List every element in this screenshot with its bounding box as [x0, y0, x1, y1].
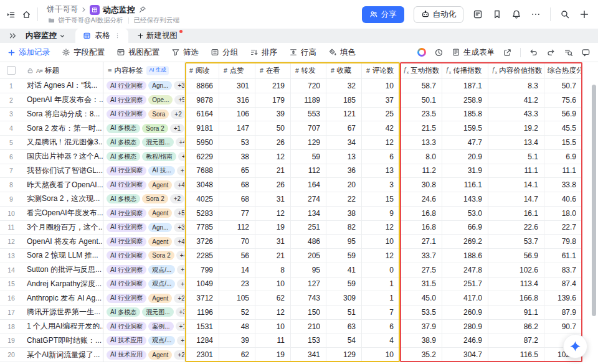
cell-value-index[interactable]: 113.4	[488, 278, 544, 292]
cell-value-index[interactable]: 19.2	[488, 121, 544, 136]
cell-favorite[interactable]: 20	[326, 178, 362, 192]
cell-forward[interactable]: 59	[291, 150, 326, 164]
cell-read[interactable]: 799	[185, 263, 219, 278]
row-number[interactable]: 10	[0, 207, 22, 221]
cell-forward[interactable]: 341	[291, 348, 326, 362]
cell-favorite[interactable]: 59	[326, 278, 362, 292]
filter-button[interactable]: 筛选	[171, 47, 199, 58]
cell-favorite[interactable]: 41	[326, 263, 362, 278]
cell-engagement-index[interactable]: 38.9	[400, 334, 442, 348]
cell-like[interactable]: 38	[219, 150, 255, 164]
cell-engagement-index[interactable]: 27.5	[400, 263, 442, 278]
cell-engagement-index[interactable]: 58.7	[400, 79, 442, 93]
cell-tags[interactable]: AI 多模态Sora 2+2	[103, 192, 185, 207]
cell-spread-index[interactable]: 53.0	[442, 207, 488, 221]
select-all-cell[interactable]	[0, 62, 22, 79]
cell-favorite[interactable]: 34	[326, 136, 362, 150]
cell-forward[interactable]: 486	[291, 235, 326, 249]
cell-comments[interactable]: 1	[362, 278, 400, 292]
cell-watching[interactable]: 39	[255, 108, 291, 122]
tab-grid-view[interactable]: 表格	[75, 29, 128, 43]
cell-read[interactable]: 1531	[185, 320, 219, 334]
cell-heat-score[interactable]: 83.7	[544, 263, 582, 278]
cell-read[interactable]: 7688	[185, 164, 219, 179]
cell-title[interactable]: 又是腾讯！混元图像3...	[22, 136, 103, 150]
cell-engagement-index[interactable]: 45.0	[400, 291, 442, 306]
cell-heat-score[interactable]: 40.6	[544, 192, 582, 207]
cell-read[interactable]: 3048	[185, 178, 219, 192]
cell-like[interactable]: 65	[219, 164, 255, 179]
cell-favorite[interactable]: 309	[326, 291, 362, 306]
cell-favorite[interactable]: 59	[326, 249, 362, 263]
row-number[interactable]: 16	[0, 291, 22, 306]
cell-read[interactable]: 2301	[185, 348, 219, 362]
column-header-like[interactable]: #点赞	[219, 62, 255, 79]
cell-comments[interactable]: 25	[362, 108, 400, 122]
cell-spread-index[interactable]: 47.7	[442, 136, 488, 150]
row-number[interactable]: 13	[0, 249, 22, 263]
cell-title[interactable]: Sora 2 惊现 LLM 推...	[22, 249, 103, 263]
cell-value-index[interactable]: 41.2	[488, 93, 544, 108]
cell-value-index[interactable]: 14.1	[488, 178, 544, 192]
cell-value-index[interactable]: 8.3	[488, 79, 544, 93]
cell-favorite[interactable]: 38	[326, 207, 362, 221]
cell-watching[interactable]: 62	[255, 291, 291, 306]
cell-comments[interactable]: 12	[362, 249, 400, 263]
cell-tags[interactable]: AI 行业洞察Agent+4	[103, 235, 185, 249]
cell-forward[interactable]: 274	[291, 192, 326, 207]
cell-read[interactable]: 1049	[185, 278, 219, 292]
row-number[interactable]: 5	[0, 136, 22, 150]
cell-title[interactable]: 某个AI新词流量爆了...	[22, 348, 103, 362]
cell-read[interactable]: 6229	[185, 150, 219, 164]
cell-title[interactable]: 1 个人用AI编程开发的...	[22, 320, 103, 334]
cell-heat-score[interactable]: 87.9	[544, 306, 582, 320]
cell-tags[interactable]: AI 行业洞察案例...+1	[103, 320, 185, 334]
new-view-button[interactable]: 新建视图	[128, 29, 186, 43]
cell-watching[interactable]: 50	[255, 121, 291, 136]
cell-title[interactable]: 3个月圈粉百万，这个...	[22, 221, 103, 235]
vertical-scrollbar[interactable]	[592, 85, 596, 316]
row-number[interactable]: 19	[0, 334, 22, 348]
cell-forward[interactable]: 553	[291, 108, 326, 122]
generate-form-button[interactable]: 生成表单	[452, 47, 495, 58]
cell-comments[interactable]: 4	[362, 334, 400, 348]
column-header-title[interactable]: A≡标题	[22, 62, 103, 79]
cell-title[interactable]: ChatGPT即时结账：...	[22, 334, 103, 348]
cell-forward[interactable]: 707	[291, 121, 326, 136]
cell-watching[interactable]: 26	[255, 136, 291, 150]
cell-comments[interactable]: 10	[362, 79, 400, 93]
cell-watching[interactable]: 8	[255, 263, 291, 278]
cell-value-index[interactable]: 43.3	[488, 108, 544, 122]
cell-engagement-index[interactable]: 11.2	[400, 164, 442, 179]
cell-like[interactable]: 48	[219, 320, 255, 334]
cell-engagement-index[interactable]: 24.6	[400, 192, 442, 207]
cell-tags[interactable]: AI 行业洞察观点/...+2	[103, 278, 185, 292]
cell-like[interactable]: 14	[219, 263, 255, 278]
cell-title[interactable]: OpenAI 将发布 Agent...	[22, 235, 103, 249]
cell-like[interactable]: 62	[219, 348, 255, 362]
sidebar-toggle-icon[interactable]	[6, 10, 16, 19]
cell-spread-index[interactable]: 188.6	[442, 249, 488, 263]
undo-icon[interactable]	[529, 48, 538, 57]
cell-title[interactable]: Anthropic 发布 AI Ag...	[22, 291, 103, 306]
row-number[interactable]: 17	[0, 306, 22, 320]
cell-like[interactable]: 23	[219, 278, 255, 292]
cell-forward[interactable]: 164	[291, 178, 326, 192]
cell-like[interactable]: 112	[219, 221, 255, 235]
cell-engagement-index[interactable]: 31.5	[400, 278, 442, 292]
cell-title[interactable]: Sora 将启动分成：8...	[22, 108, 103, 122]
cell-watching[interactable]: 31	[255, 192, 291, 207]
cell-forward[interactable]: 251	[291, 221, 326, 235]
cell-heat-score[interactable]: 50.7	[544, 79, 582, 93]
cell-spread-index[interactable]: 258.9	[442, 93, 488, 108]
column-header-tags[interactable]: ≡内容标签AI 生成	[103, 62, 185, 79]
cell-spread-index[interactable]: 280.9	[442, 320, 488, 334]
cell-value-index[interactable]: 11.1	[488, 164, 544, 179]
row-number[interactable]: 12	[0, 235, 22, 249]
cell-value-index[interactable]: 56.9	[488, 249, 544, 263]
cell-title[interactable]: Sora 2 发布：第一时...	[22, 121, 103, 136]
cell-forward[interactable]: 153	[291, 334, 326, 348]
cell-title[interactable]: OpenAI 年度发布会：...	[22, 93, 103, 108]
cell-comments[interactable]: 42	[362, 121, 400, 136]
cell-forward[interactable]: 112	[291, 164, 326, 179]
